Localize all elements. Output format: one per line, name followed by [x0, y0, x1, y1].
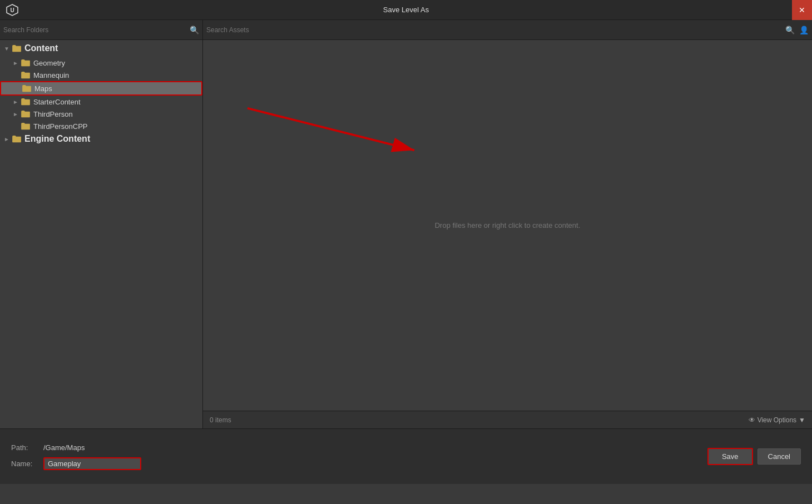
tree-item-thirdperson[interactable]: ► ThirdPerson: [0, 108, 202, 120]
path-row: Path: /Game/Maps: [11, 443, 707, 452]
chevron-thirdperson: ►: [11, 109, 20, 118]
thirdpersoncpp-label: ThirdPersonCPP: [33, 122, 88, 131]
path-label: Path:: [11, 443, 39, 452]
name-input-wrapper: [43, 457, 141, 470]
tree-item-content[interactable]: ▼ Content: [0, 40, 202, 57]
view-options-button[interactable]: 👁 View Options ▼: [749, 416, 805, 424]
drop-text: Drop files here or right click to create…: [435, 221, 581, 229]
asset-drop-zone[interactable]: Drop files here or right click to create…: [203, 40, 812, 411]
content-root-label: Content: [24, 43, 58, 53]
search-assets-container: 🔍 👤: [203, 20, 812, 39]
tree-item-thirdpersoncpp[interactable]: ThirdPersonCPP: [0, 120, 202, 132]
items-count: 0 items: [210, 416, 231, 424]
title-bar: U Save Level As ✕: [0, 0, 812, 20]
tree-item-enginecontent[interactable]: ► Engine Content: [0, 132, 202, 146]
folder-icon-thirdperson: [20, 109, 31, 118]
startercontent-label: StarterContent: [33, 98, 81, 106]
enginecontent-label: Engine Content: [24, 134, 90, 144]
dialog-title: Save Level As: [383, 6, 429, 14]
search-row: 🔍 🔍 👤: [0, 20, 812, 40]
user-icon: 👤: [799, 26, 809, 34]
content-area: ▼ Content ► Geometry: [0, 40, 812, 428]
chevron-down-icon: ▼: [799, 416, 805, 424]
asset-footer: 0 items 👁 View Options ▼: [203, 411, 812, 428]
maps-label: Maps: [34, 84, 52, 93]
name-label: Name:: [11, 460, 39, 468]
chevron-geometry: ►: [11, 58, 20, 67]
chevron-enginecontent: ►: [2, 134, 11, 143]
chevron-thirdpersoncpp: [11, 122, 20, 131]
eye-icon: 👁: [749, 416, 755, 424]
asset-panel: Drop files here or right click to create…: [203, 40, 812, 428]
view-options-label: View Options: [757, 416, 796, 424]
folder-icon-enginecontent: [11, 134, 22, 143]
tree-item-startercontent[interactable]: ► StarterContent: [0, 96, 202, 108]
name-row: Name:: [11, 457, 707, 470]
chevron-mannequin: [11, 71, 20, 79]
search-folders-input[interactable]: [3, 26, 187, 34]
close-button[interactable]: ✕: [792, 0, 812, 20]
search-folders-container: 🔍: [0, 20, 203, 39]
search-folders-icon: 🔍: [190, 26, 199, 34]
path-value: /Game/Maps: [43, 443, 85, 452]
geometry-label: Geometry: [33, 59, 65, 67]
chevron-startercontent: ►: [11, 97, 20, 106]
folder-icon-content: [11, 44, 22, 53]
folder-icon-mannequin: [20, 71, 31, 79]
search-assets-icon: 🔍: [785, 26, 795, 34]
thirdperson-label: ThirdPerson: [33, 110, 73, 118]
tree-item-geometry[interactable]: ► Geometry: [0, 57, 202, 69]
name-input[interactable]: [48, 460, 137, 468]
svg-text:U: U: [10, 7, 14, 13]
button-area: Save Cancel: [707, 448, 801, 465]
folder-icon-geometry: [20, 58, 31, 67]
tree-item-maps[interactable]: Maps: [0, 81, 202, 96]
folder-icon-startercontent: [20, 97, 31, 106]
chevron-content: ▼: [2, 44, 11, 53]
bottom-bar: Path: /Game/Maps Name: Save Cancel: [0, 428, 812, 484]
cancel-button[interactable]: Cancel: [757, 448, 801, 465]
folder-panel: ▼ Content ► Geometry: [0, 40, 203, 428]
chevron-maps: [12, 84, 21, 93]
path-name-area: Path: /Game/Maps Name:: [11, 443, 707, 470]
save-button[interactable]: Save: [707, 448, 753, 465]
ue-logo: U: [4, 2, 20, 18]
search-assets-input[interactable]: [206, 26, 783, 34]
tree-item-mannequin[interactable]: Mannequin: [0, 69, 202, 81]
folder-icon-maps: [21, 84, 32, 93]
mannequin-label: Mannequin: [33, 71, 69, 79]
folder-icon-thirdpersoncpp: [20, 122, 31, 131]
